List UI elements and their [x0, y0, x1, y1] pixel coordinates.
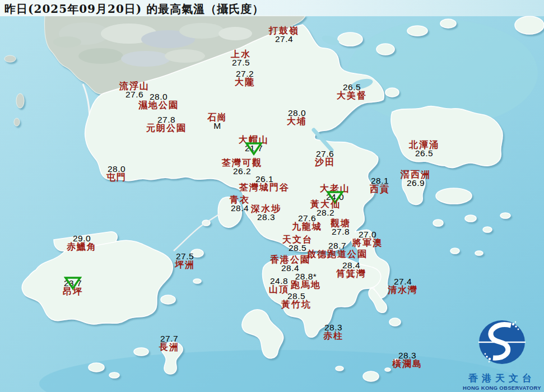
- station-name: 觀塘: [331, 219, 351, 227]
- station-value: 26.9: [401, 179, 431, 187]
- station-label: 26.1荃灣城門谷: [239, 175, 290, 192]
- station-label: 27.2大隴: [235, 69, 255, 86]
- station-label: 荃灣可觀26.2: [222, 158, 262, 175]
- station-label: 28.5黃竹坑: [281, 292, 311, 309]
- station-name: 荃灣城門谷: [239, 183, 290, 192]
- weather-map: 昨日(2025年09月20日) 的最高氣溫（攝氏度） 打鼓嶺27.4上水27.5…: [0, 0, 544, 392]
- station-name: 香港公園: [270, 255, 310, 264]
- station-name: 清水灣: [388, 286, 418, 294]
- station-name: 黃竹坑: [281, 300, 311, 309]
- station-name: 沙田: [315, 158, 335, 166]
- station-label: 27.6九龍城: [292, 214, 322, 231]
- station-label: 27.5坪洲: [175, 252, 195, 269]
- station-label: 青衣28.4: [230, 195, 250, 212]
- station-label: 大帽山21.7: [239, 136, 269, 152]
- station-name: 深水埗: [251, 204, 281, 213]
- station-name: 滘西洲: [401, 170, 431, 179]
- station-name: 北潭涌: [409, 141, 439, 149]
- station-name: 九龍城: [292, 222, 322, 231]
- station-label: 打鼓嶺27.4: [269, 26, 299, 43]
- station-value: 21.7: [239, 144, 269, 152]
- logo-name-en: HONG KONG OBSERVATORY: [462, 385, 542, 391]
- station-label: 27.6沙田: [315, 150, 335, 166]
- station-label: 28.0屯門: [106, 165, 127, 181]
- station-name: 西貢: [370, 185, 390, 193]
- station-name: 啟德跑道公園: [307, 250, 368, 258]
- station-name: 打鼓嶺: [269, 26, 299, 35]
- station-label: 27.4清水灣: [388, 277, 418, 294]
- station-label: 28.3橫瀾島: [392, 351, 422, 368]
- station-label: 27.7長洲: [159, 334, 179, 351]
- station-name: 石崗: [207, 113, 227, 122]
- hko-logo: 香港天文台 HONG KONG OBSERVATORY: [462, 319, 542, 391]
- station-label: 香港公園28.4: [270, 255, 310, 272]
- station-name: 赤鱲角: [67, 242, 97, 251]
- station-value: 27.8: [331, 227, 351, 236]
- station-label: 28.8*跑馬地: [291, 272, 321, 289]
- station-name: 元朗公園: [146, 124, 187, 132]
- station-label: 28.0濕地公園: [138, 92, 179, 109]
- station-name: 流浮山: [119, 82, 150, 90]
- station-name: 荃灣可觀: [222, 158, 262, 167]
- station-name: 橫瀾島: [392, 360, 422, 368]
- station-name: 屯門: [106, 173, 127, 181]
- hko-logo-emblem: [474, 319, 530, 369]
- station-label: 上水27.5: [231, 50, 251, 67]
- station-name: 黃大仙: [310, 200, 341, 208]
- station-name: 大隴: [235, 78, 255, 86]
- station-value: M: [207, 122, 227, 130]
- map-title: 昨日(2025年09月20日) 的最高氣溫（攝氏度）: [4, 2, 264, 17]
- station-label: 29.0赤鱲角: [67, 234, 97, 251]
- station-value: 27.5: [231, 58, 251, 67]
- logo-name-zh: 香港天文台: [462, 372, 542, 385]
- station-label: 石崗M: [207, 113, 227, 130]
- station-label: 28.0大埔: [287, 109, 307, 125]
- station-label: 28.1西貢: [370, 176, 390, 193]
- station-label: 27.8元朗公園: [146, 115, 187, 132]
- station-value: 28.4: [270, 264, 310, 272]
- station-value: 28.4: [230, 204, 250, 212]
- station-name: 大美督: [337, 91, 367, 100]
- station-label: 23.7昂坪: [63, 279, 83, 296]
- station-label: 深水埗28.3: [251, 204, 281, 221]
- station-label: 28.4筲箕灣: [336, 261, 366, 278]
- station-label: 觀塘27.8: [331, 219, 351, 236]
- station-value: 28.3: [251, 213, 281, 221]
- station-name: 跑馬地: [291, 281, 321, 289]
- station-name: 赤柱: [323, 332, 343, 340]
- station-label: 北潭涌26.5: [409, 141, 439, 157]
- station-name: 長洲: [159, 343, 179, 351]
- station-label: 滘西洲26.9: [401, 170, 431, 187]
- station-name: 筲箕灣: [336, 269, 366, 278]
- station-value: 26.5: [409, 149, 439, 157]
- station-label: 28.7啟德跑道公園: [307, 241, 368, 258]
- station-name: 青衣: [230, 195, 250, 204]
- station-name: 大老山: [320, 184, 350, 193]
- station-name: 昂坪: [63, 287, 83, 296]
- station-label: 24.8山頂: [269, 277, 289, 293]
- station-value: 27.4: [269, 35, 299, 43]
- station-name: 大帽山: [239, 136, 269, 144]
- station-name: 坪洲: [175, 260, 195, 269]
- station-name: 大埔: [287, 117, 307, 125]
- station-name: 濕地公園: [138, 101, 179, 109]
- station-label: 26.5大美督: [337, 83, 367, 100]
- station-label: 28.3赤柱: [323, 323, 343, 340]
- station-name: 上水: [231, 50, 251, 58]
